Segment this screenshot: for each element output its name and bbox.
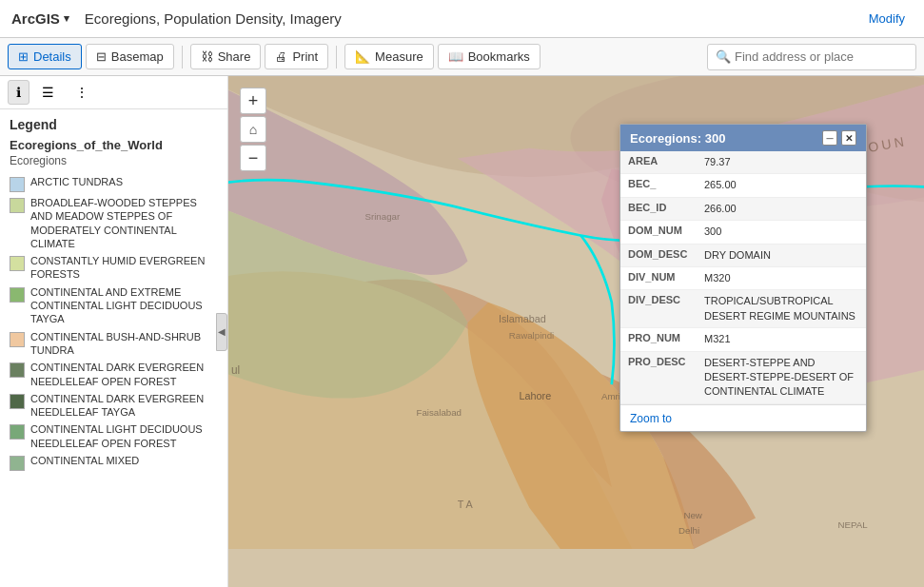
zoom-out-button[interactable]: − [240,145,266,171]
legend-item: CONTINENTAL AND EXTREME CONTINENTAL LIGH… [10,285,218,326]
legend-swatch [10,362,25,378]
popup-field-value: TROPICAL/SUBTROPICAL DESERT REGIME MOUNT… [704,294,858,323]
basemap-button[interactable]: ⊟ Basemap [86,44,174,69]
popup-header: Ecoregions: 300 ─ ✕ [620,125,866,151]
arcgis-logo-text: ArcGIS [11,10,60,27]
legend-label: ARCTIC TUNDRAS [30,175,123,188]
legend-title: Legend [10,117,218,132]
legend-item: BROADLEAF-WOODED STEPPES AND MEADOW STEP… [10,196,218,250]
details-icon: ⊞ [18,49,29,64]
popup-row: DOM_NUM 300 [620,221,866,244]
basemap-icon: ⊟ [96,49,107,64]
bookmarks-label: Bookmarks [468,49,530,64]
legend-item: CONTINENTAL DARK EVERGREEN NEEDLELEAF OP… [10,361,218,388]
text-icon: ☰ [42,85,54,100]
legend-swatch [10,198,25,213]
popup-field-value: M321 [704,332,731,346]
popup-field-value: 79.37 [704,155,731,169]
measure-icon: 📐 [355,49,370,64]
legend-items: ARCTIC TUNDRAS BROADLEAF-WOODED STEPPES … [10,175,218,471]
sidebar-content: Legend Ecoregions_of_the_World Ecoregion… [0,109,227,587]
popup-field-key: DIV_DESC [628,294,704,323]
popup: Ecoregions: 300 ─ ✕ AREA 79.37 BEC_ 265.… [619,124,867,432]
legend-label: BROADLEAF-WOODED STEPPES AND MEADOW STEP… [30,196,218,250]
details-button[interactable]: ⊞ Details [8,44,82,69]
svg-text:Delhi: Delhi [678,525,699,536]
legend-swatch [10,456,25,471]
popup-field-key: DOM_NUM [628,225,704,239]
popup-field-value: DESERT-STEPPE AND DESERT-STEPPE-DESERT O… [704,356,858,400]
popup-field-key: PRO_DESC [628,356,704,400]
map-area[interactable]: KUNLUN MOUN ul Islamabad Rawalpindi Fais… [228,76,924,587]
sidebar-tabs: ℹ ☰ ⋮ [0,76,227,109]
svg-text:Rawalpindi: Rawalpindi [509,330,555,341]
popup-field-key: AREA [628,155,704,169]
measure-label: Measure [375,49,423,64]
toolbar: ⊞ Details ⊟ Basemap ⛓ Share 🖨 Print 📐 Me… [0,38,924,76]
legend-item: CONSTANTLY HUMID EVERGREEN FORESTS [10,254,218,282]
popup-row: PRO_DESC DESERT-STEPPE AND DESERT-STEPPE… [620,352,866,404]
layer-subtitle: Ecoregions [10,154,218,167]
map-controls: + ⌂ − [240,88,266,171]
modify-button[interactable]: Modify [861,8,913,29]
tab-info[interactable]: ℹ [8,80,29,105]
toolbar-divider-1 [182,46,183,68]
legend-item: CONTINENTAL MIXED [10,454,218,471]
svg-text:Lahore: Lahore [520,390,552,401]
bookmarks-icon: 📖 [448,49,463,64]
popup-minimize-button[interactable]: ─ [822,130,837,146]
popup-row: DOM_DESC DRY DOMAIN [620,245,866,267]
legend-label: CONTINENTAL DARK EVERGREEN NEEDLELEAF TA… [30,392,218,420]
popup-header-buttons: ─ ✕ [822,130,856,146]
tab-bullets[interactable]: ⋮ [67,80,97,105]
sidebar: ℹ ☰ ⋮ Legend Ecoregions_of_the_World Eco… [0,76,228,587]
popup-row: DIV_NUM M320 [620,267,866,290]
popup-row: PRO_NUM M321 [620,328,866,351]
legend-item: CONTINENTAL BUSH-AND-SHRUB TUNDRA [10,330,218,358]
measure-button[interactable]: 📐 Measure [344,44,434,69]
popup-field-key: DIV_NUM [628,271,704,285]
bookmarks-button[interactable]: 📖 Bookmarks [438,44,541,69]
search-field-wrap: 🔍 [707,44,916,70]
legend-label: CONTINENTAL DARK EVERGREEN NEEDLELEAF OP… [30,361,218,388]
legend-swatch [10,256,25,271]
legend-swatch [10,394,25,409]
popup-close-button[interactable]: ✕ [841,130,856,146]
arcgis-logo[interactable]: ArcGIS ▾ [11,10,69,27]
home-button[interactable]: ⌂ [240,116,266,143]
popup-field-value: DRY DOMAIN [704,248,771,263]
legend-label: CONSTANTLY HUMID EVERGREEN FORESTS [30,254,218,282]
zoom-in-button[interactable]: + [240,88,266,114]
legend-swatch [10,332,25,347]
popup-field-value: 265.00 [704,178,737,192]
legend-label: CONTINENTAL LIGHT DECIDUOUS NEEDLELEAF O… [30,422,218,450]
svg-text:NEPAL: NEPAL [837,519,868,530]
main-content: ℹ ☰ ⋮ Legend Ecoregions_of_the_World Eco… [0,76,924,587]
popup-field-key: BEC_ID [628,202,704,216]
legend-swatch [10,424,25,440]
arcgis-dropdown-arrow: ▾ [64,12,69,25]
info-icon: ℹ [16,85,21,100]
legend-swatch [10,177,25,192]
share-label: Share [218,49,251,64]
popup-title: Ecoregions: 300 [630,131,725,146]
zoom-to-link[interactable]: Zoom to [630,412,672,425]
layer-name: Ecoregions_of_the_World [10,138,218,152]
search-input[interactable] [735,49,908,64]
share-button[interactable]: ⛓ Share [190,44,262,69]
popup-field-key: PRO_NUM [628,332,704,346]
print-button[interactable]: 🖨 Print [265,44,328,69]
legend-label: CONTINENTAL AND EXTREME CONTINENTAL LIGH… [30,285,218,326]
popup-footer: Zoom to [620,404,866,431]
legend-item: CONTINENTAL LIGHT DECIDUOUS NEEDLELEAF O… [10,422,218,450]
legend-item: ARCTIC TUNDRAS [10,175,218,192]
search-icon: 🔍 [716,49,731,64]
tab-text[interactable]: ☰ [33,80,63,105]
svg-text:T A: T A [458,499,474,510]
sidebar-collapse-handle[interactable]: ◀ [216,313,227,351]
legend-item: CONTINENTAL DARK EVERGREEN NEEDLELEAF TA… [10,392,218,420]
legend-label: CONTINENTAL BUSH-AND-SHRUB TUNDRA [30,330,218,358]
popup-row: BEC_ 265.00 [620,174,866,197]
popup-field-key: BEC_ [628,178,704,192]
print-label: Print [292,49,318,64]
